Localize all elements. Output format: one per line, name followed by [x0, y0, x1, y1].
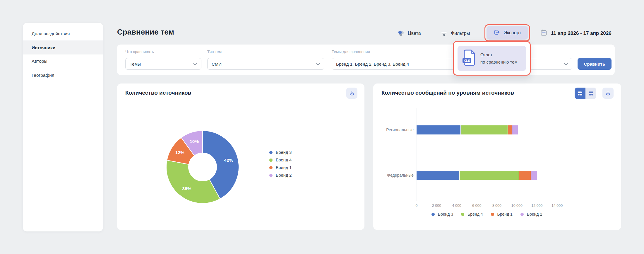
- bar-segment[interactable]: [519, 171, 531, 180]
- stacked-bar-view-button[interactable]: [575, 88, 585, 99]
- legend-dot: [431, 213, 435, 216]
- legend-label: Бренд 3: [438, 212, 453, 217]
- sources-count-title: Количество источников: [125, 90, 191, 96]
- dashboard-page: Доля воздействия Источники Авторы Геогра…: [0, 0, 644, 254]
- sidebar-item-sources[interactable]: Источники: [23, 41, 103, 54]
- legend-label: Бренд 4: [276, 158, 292, 162]
- x-axis-tick-label: 2 000: [432, 204, 441, 208]
- topic-type-select[interactable]: СМИ: [207, 58, 324, 70]
- gridline: [457, 108, 457, 201]
- gridline: [517, 108, 517, 201]
- stacked-bar-icon: [577, 91, 583, 96]
- export-report-label: Отчет по сравнению тем: [480, 51, 518, 66]
- x-axis-tick-label: 6 000: [472, 204, 481, 208]
- legend-item-1[interactable]: Бренд 3: [431, 212, 453, 217]
- donut-data-label: 36%: [182, 186, 191, 191]
- palette-icon: [398, 30, 405, 37]
- export-button[interactable]: Экспорт: [487, 26, 528, 40]
- bar-row-1: [417, 125, 518, 134]
- filters-button-label: Фильтры: [451, 31, 470, 36]
- legend-item-4[interactable]: Бренд 2: [269, 173, 292, 178]
- legend-dot: [269, 151, 273, 154]
- download-icon: [605, 90, 611, 96]
- field-label-topics-to-compare: Темы для сравнения: [332, 50, 370, 54]
- donut-chart: 42%36%12%10%: [162, 126, 244, 209]
- legend-dot: [269, 158, 273, 162]
- grouped-bar-icon: [588, 91, 594, 96]
- export-icon: [493, 29, 500, 37]
- gridline: [437, 108, 437, 201]
- legend-label: Бренд 4: [467, 212, 483, 217]
- messages-by-source-level-card: Количество сообщений по уровням источник…: [373, 83, 621, 230]
- field-label-what-to-compare: Что сравнивать: [125, 50, 154, 54]
- chevron-down-icon: [190, 62, 197, 67]
- svg-text:XLS: XLS: [464, 59, 470, 62]
- x-axis-tick-label: 4 000: [452, 204, 461, 208]
- compare-button[interactable]: Сравнить: [578, 58, 612, 70]
- bar-segment[interactable]: [460, 171, 519, 180]
- x-axis-tick-label: 10 000: [511, 204, 523, 208]
- donut-legend: Бренд 3Бренд 4Бренд 1Бренд 2: [269, 150, 292, 178]
- download-button[interactable]: [602, 88, 614, 99]
- xls-file-icon: XLS: [462, 49, 476, 67]
- chevron-down-icon: [313, 62, 320, 67]
- topic-type-value: СМИ: [212, 62, 222, 67]
- legend-dot: [461, 213, 464, 216]
- legend-label: Бренд 2: [527, 212, 542, 217]
- legend-label: Бренд 3: [276, 150, 292, 155]
- legend-dot: [491, 213, 494, 216]
- sidebar-item-impact-share[interactable]: Доля воздействия: [23, 27, 103, 41]
- filters-button[interactable]: Фильтры: [441, 28, 470, 38]
- colors-button[interactable]: Цвета: [398, 28, 421, 38]
- category-label: Федеральные: [379, 173, 414, 178]
- comparison-filter-bar: Что сравнивать Тип тем Темы для сравнени…: [117, 45, 615, 75]
- page-title: Сравнение тем: [117, 28, 174, 37]
- export-dropdown-menu: XLS Отчет по сравнению тем: [453, 41, 531, 76]
- bar-segment[interactable]: [417, 171, 460, 180]
- bar-segment[interactable]: [512, 125, 518, 134]
- bar-segment[interactable]: [531, 171, 537, 180]
- gridline: [477, 108, 477, 201]
- export-button-label: Экспорт: [503, 30, 521, 35]
- topics-to-compare-select[interactable]: Бренд 1, Бренд 2, Бренд 3, Бренд 4: [332, 58, 572, 70]
- export-report-menu-item[interactable]: XLS Отчет по сравнению тем: [458, 46, 526, 71]
- bar-segment[interactable]: [461, 125, 508, 134]
- sidebar-item-authors[interactable]: Авторы: [23, 54, 103, 68]
- x-axis-tick-label: 0: [416, 204, 418, 208]
- bar-segment[interactable]: [417, 125, 461, 134]
- x-axis-tick-label: 14 000: [551, 204, 563, 208]
- date-range-label: 11 апр 2026 - 17 апр 2026: [551, 30, 612, 36]
- x-axis-tick-label: 12 000: [531, 204, 542, 208]
- legend-label: Бренд 1: [276, 165, 292, 170]
- legend-label: Бренд 2: [276, 173, 292, 178]
- calendar-icon: [540, 29, 547, 38]
- date-range-picker[interactable]: 11 апр 2026 - 17 апр 2026: [540, 28, 612, 38]
- sidebar-item-geography[interactable]: География: [23, 68, 103, 82]
- bar-chart-legend: Бренд 3Бренд 4Бренд 1Бренд 2: [417, 212, 557, 217]
- legend-item-3[interactable]: Бренд 1: [269, 165, 292, 170]
- gridline: [537, 108, 537, 201]
- download-icon: [349, 90, 355, 96]
- legend-item-2[interactable]: Бренд 4: [461, 212, 483, 217]
- legend-item-3[interactable]: Бренд 1: [491, 212, 513, 217]
- category-label: Региональные: [379, 127, 414, 132]
- legend-dot: [269, 174, 273, 177]
- sources-count-card: Количество источников 42%36%12%10% Бренд…: [117, 83, 364, 230]
- legend-item-2[interactable]: Бренд 4: [269, 158, 292, 162]
- download-button[interactable]: [346, 88, 357, 99]
- legend-item-1[interactable]: Бренд 3: [269, 150, 292, 155]
- filter-lines-icon: [441, 30, 448, 37]
- legend-label: Бренд 1: [497, 212, 513, 217]
- what-to-compare-value: Темы: [130, 62, 141, 67]
- chart-view-toggle: [575, 88, 596, 99]
- sidebar: Доля воздействия Источники Авторы Геогра…: [23, 23, 103, 231]
- grouped-bar-view-button[interactable]: [585, 88, 596, 99]
- donut-data-label: 12%: [175, 150, 184, 155]
- bar-segment[interactable]: [508, 125, 512, 134]
- stacked-bar-chart: [417, 108, 557, 201]
- legend-dot: [269, 166, 273, 169]
- legend-item-4[interactable]: Бренд 2: [520, 212, 542, 217]
- field-label-topic-type: Тип тем: [207, 50, 222, 54]
- legend-dot: [520, 213, 524, 216]
- what-to-compare-select[interactable]: Темы: [125, 58, 201, 70]
